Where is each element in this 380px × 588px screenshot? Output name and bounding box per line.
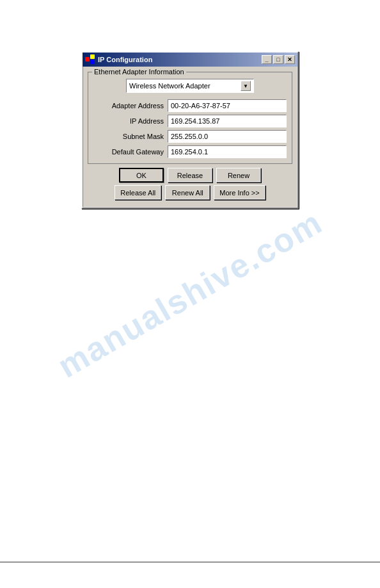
minimize-button[interactable]: _ [262, 55, 272, 64]
release-button[interactable]: Release [168, 168, 212, 183]
title-bar-left: IP Configuration [85, 54, 152, 65]
buttons-row-2: Release All Renew All More Info >> [88, 185, 292, 200]
release-all-button[interactable]: Release All [115, 185, 161, 200]
watermark: manualshive.com [51, 202, 329, 385]
maximize-button[interactable]: □ [273, 55, 283, 64]
adapter-info-group: Ethernet Adapter Information Wireless Ne… [88, 72, 292, 164]
adapter-address-value: 00-20-A6-37-87-57 [168, 99, 287, 112]
renew-all-button[interactable]: Renew All [165, 185, 210, 200]
ip-address-label: IP Address [93, 117, 164, 125]
buttons-row-1: OK Release Renew [88, 168, 292, 183]
close-button[interactable]: ✕ [285, 55, 295, 64]
dialog-title: IP Configuration [98, 56, 152, 63]
page-background: manualshive.com IP Configuration _ □ ✕ [0, 0, 380, 588]
title-buttons: _ □ ✕ [262, 55, 295, 64]
info-grid: Adapter Address 00-20-A6-37-87-57 IP Add… [93, 99, 287, 158]
dialog-body: Ethernet Adapter Information Wireless Ne… [83, 67, 297, 208]
subnet-mask-value: 255.255.0.0 [168, 130, 287, 143]
ip-address-value: 169.254.135.87 [168, 115, 287, 127]
adapter-dropdown-row: Wireless Network Adapter ▼ [93, 79, 287, 93]
adapter-dropdown[interactable]: Wireless Network Adapter ▼ [126, 79, 254, 93]
dropdown-arrow-icon[interactable]: ▼ [241, 81, 251, 91]
group-box-label: Ethernet Adapter Information [92, 68, 186, 76]
svg-rect-1 [90, 54, 95, 59]
subnet-mask-label: Subnet Mask [93, 133, 164, 140]
renew-button[interactable]: Renew [216, 168, 261, 183]
adapter-dropdown-value: Wireless Network Adapter [129, 82, 210, 90]
more-info-button[interactable]: More Info >> [214, 185, 265, 200]
default-gateway-label: Default Gateway [93, 148, 164, 156]
network-icon [85, 54, 95, 65]
default-gateway-value: 169.254.0.1 [168, 145, 287, 158]
dialog-window: IP Configuration _ □ ✕ Ethernet Adapter … [81, 51, 299, 209]
adapter-address-label: Adapter Address [93, 102, 164, 110]
ok-button[interactable]: OK [119, 168, 164, 183]
title-bar: IP Configuration _ □ ✕ [83, 53, 297, 67]
svg-rect-0 [85, 57, 90, 61]
bottom-divider [0, 562, 380, 562]
svg-rect-2 [90, 60, 95, 64]
